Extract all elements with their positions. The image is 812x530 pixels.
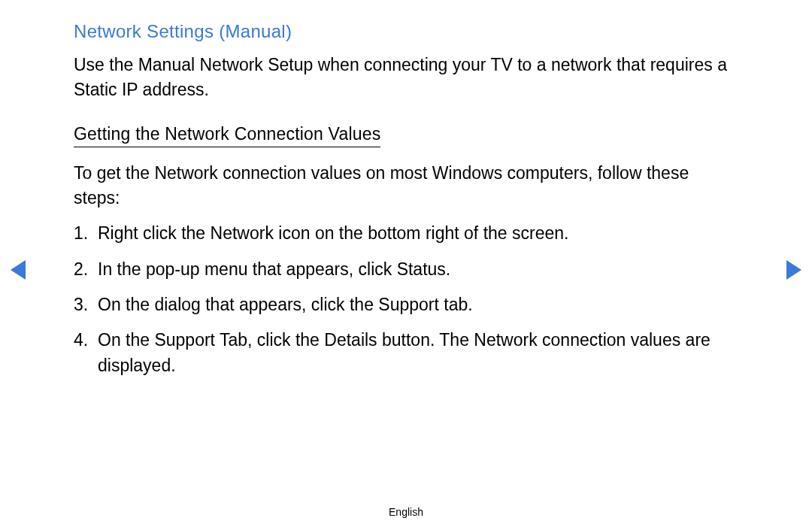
next-page-icon[interactable] xyxy=(786,260,801,280)
subheading-wrapper: Getting the Network Connection Values xyxy=(74,124,738,161)
page-content: Network Settings (Manual) Use the Manual… xyxy=(0,0,812,378)
subheading: Getting the Network Connection Values xyxy=(74,124,380,147)
footer-language: English xyxy=(0,506,812,518)
list-item: Right click the Network icon on the bott… xyxy=(74,221,738,246)
list-item: In the pop-up menu that appears, click S… xyxy=(74,257,738,282)
page-title: Network Settings (Manual) xyxy=(74,21,738,42)
list-item: On the Support Tab, click the Details bu… xyxy=(74,328,738,378)
steps-list: Right click the Network icon on the bott… xyxy=(74,221,738,378)
intro-paragraph: Use the Manual Network Setup when connec… xyxy=(74,53,738,103)
list-item: On the dialog that appears, click the Su… xyxy=(74,292,738,317)
steps-intro: To get the Network connection values on … xyxy=(74,161,738,211)
previous-page-icon[interactable] xyxy=(11,260,26,280)
